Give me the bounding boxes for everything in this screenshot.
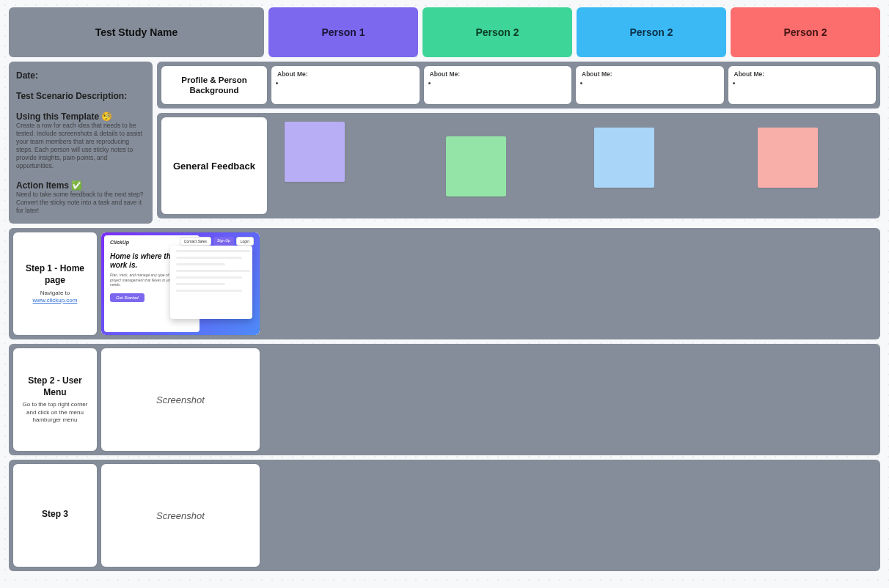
header-row: Test Study Name Person 1 Person 2 Person… [9, 7, 880, 57]
sticky-note-person3[interactable] [594, 128, 654, 188]
mock-app-window [170, 246, 252, 319]
actions-body: Need to take some feedback to the next s… [16, 191, 145, 215]
step3-title: Step 3 [42, 509, 68, 521]
sticky-note-person2[interactable] [446, 136, 506, 196]
sticky-note-person4[interactable] [758, 128, 818, 188]
step3-screenshot[interactable]: Screenshot [101, 464, 260, 567]
step1-link[interactable]: www.clickup.com [33, 297, 78, 304]
person-header-1-label: Person 1 [321, 26, 365, 38]
about-card-1[interactable]: About Me: [271, 66, 420, 104]
scenario-label: Test Scenario Description: [16, 91, 145, 101]
step-row-1[interactable]: Step 1 - Home page Navigate to www.click… [9, 228, 880, 339]
person-header-1[interactable]: Person 1 [268, 7, 418, 57]
profile-title-card[interactable]: Profile & Person Background [161, 66, 267, 104]
person-header-4-label: Person 2 [783, 26, 827, 38]
step2-title-card[interactable]: Step 2 - User Menu Go to the top right c… [13, 348, 97, 451]
feedback-frame: General Feedback [157, 113, 880, 218]
feedback-title-text: General Feedback [173, 161, 255, 172]
step1-title-card[interactable]: Step 1 - Home page Navigate to www.click… [13, 232, 97, 335]
step2-screenshot[interactable]: Screenshot [101, 348, 260, 451]
description-panel[interactable]: Date: Test Scenario Description: Using t… [9, 62, 153, 224]
clickup-screenshot-mock: ClickUp Home is where the work is. Plan,… [101, 232, 260, 335]
date-label: Date: [16, 70, 145, 81]
feedback-slot-4[interactable] [728, 117, 877, 214]
step1-canvas-area[interactable] [264, 232, 876, 335]
step-row-2[interactable]: Step 2 - User Menu Go to the top right c… [9, 344, 880, 455]
study-name-text: Test Study Name [95, 26, 178, 38]
step-row-3[interactable]: Step 3 Screenshot [9, 460, 880, 571]
row-description-and-profiles: Date: Test Scenario Description: Using t… [9, 62, 880, 224]
step2-canvas-area[interactable] [264, 348, 876, 451]
study-name-cell[interactable]: Test Study Name [9, 7, 264, 57]
about-label-1: About Me: [277, 70, 308, 78]
profiles-and-feedback-column: Profile & Person Background About Me: Ab… [157, 62, 880, 224]
template-heading: Using this Template 🧐 [16, 111, 145, 122]
step2-screenshot-placeholder: Screenshot [156, 394, 205, 405]
step1-title: Step 1 - Home page [18, 263, 92, 286]
sticky-note-person1[interactable] [285, 122, 345, 182]
profile-title-text: Profile & Person Background [167, 75, 261, 96]
template-body: Create a row for each idea that needs to… [16, 122, 145, 170]
person-header-2[interactable]: Person 2 [422, 7, 572, 57]
mock-pill-c: Login [236, 237, 254, 246]
step3-screenshot-placeholder: Screenshot [156, 510, 205, 521]
person-header-3[interactable]: Person 2 [577, 7, 726, 57]
feedback-slot-1[interactable] [271, 117, 420, 214]
person-header-3-label: Person 2 [629, 26, 673, 38]
about-label-4: About Me: [734, 70, 765, 78]
feedback-title-card[interactable]: General Feedback [161, 117, 267, 214]
about-label-2: About Me: [430, 70, 461, 78]
step2-title: Step 2 - User Menu [18, 375, 92, 398]
usability-test-board[interactable]: Test Study Name Person 1 Person 2 Person… [0, 0, 889, 588]
person-header-2-label: Person 2 [475, 26, 519, 38]
step1-sub-prefix: Navigate to [40, 290, 70, 296]
step3-title-card[interactable]: Step 3 [13, 464, 97, 567]
actions-heading: Action Items ✅ [16, 180, 145, 191]
step1-screenshot[interactable]: ClickUp Home is where the work is. Plan,… [101, 232, 260, 335]
step3-canvas-area[interactable] [264, 464, 876, 567]
person-header-4[interactable]: Person 2 [731, 7, 880, 57]
mock-pill-b: Sign Up [213, 237, 234, 246]
about-card-3[interactable]: About Me: [576, 66, 724, 104]
about-label-3: About Me: [582, 70, 612, 78]
profile-frame: Profile & Person Background About Me: Ab… [157, 62, 880, 109]
mock-pill-a: Contact Sales [180, 237, 211, 246]
about-card-4[interactable]: About Me: [728, 66, 877, 104]
mock-cta: Get Started [110, 293, 144, 302]
feedback-slot-2[interactable] [424, 117, 572, 214]
feedback-slot-3[interactable] [576, 117, 724, 214]
step1-sub: Navigate to www.clickup.com [18, 290, 92, 305]
mock-top-pills: Contact Sales Sign Up Login [180, 237, 254, 246]
about-card-2[interactable]: About Me: [424, 66, 572, 104]
step2-sub: Go to the top right corner and click on … [18, 401, 92, 424]
